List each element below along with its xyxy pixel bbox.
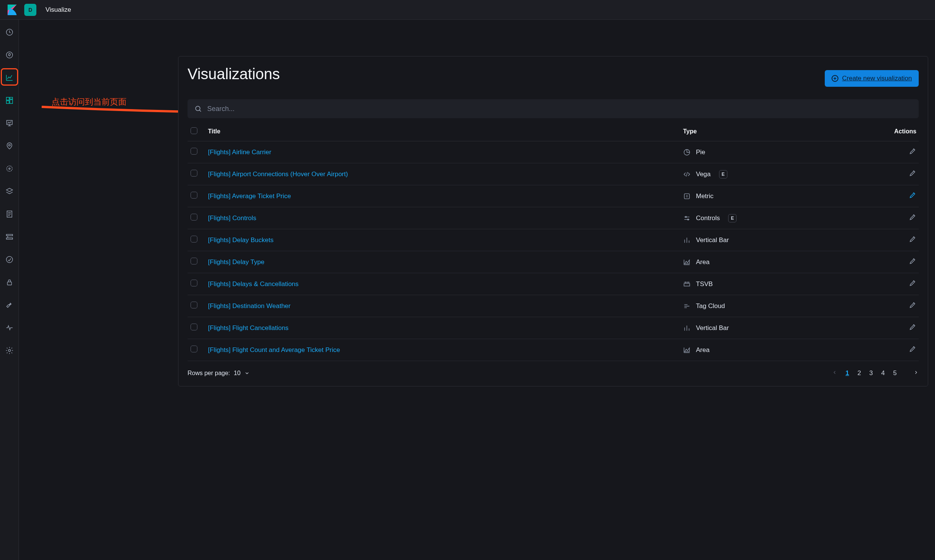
nav-rail [0, 20, 19, 560]
top-bar: D Visualize [0, 0, 935, 20]
canvas-icon[interactable] [5, 119, 14, 127]
visualization-link[interactable]: [Flights] Average Ticket Price [208, 192, 291, 200]
dev-tools-icon[interactable] [5, 301, 14, 309]
type-label: Pie [696, 149, 705, 156]
row-checkbox[interactable] [191, 214, 197, 221]
page-number[interactable]: 1 [846, 369, 849, 377]
pie-icon [683, 149, 691, 156]
breadcrumb[interactable]: Visualize [45, 6, 71, 14]
rows-per-page-label: Rows per page: [188, 370, 230, 377]
table-row: [Flights] Delays & Cancellations TSVB [188, 273, 919, 295]
maps-icon[interactable] [5, 142, 14, 150]
col-title[interactable]: Title [205, 122, 680, 141]
svg-point-11 [9, 168, 10, 169]
apm-icon[interactable] [5, 233, 14, 241]
create-visualization-button[interactable]: Create new visualization [825, 70, 919, 87]
type-label: Area [696, 258, 710, 266]
table-row: [Flights] Controls Controls E [188, 207, 919, 229]
visualize-icon[interactable] [5, 74, 14, 82]
code-icon [683, 171, 691, 178]
tagcloud-icon [683, 302, 691, 310]
type-label: Area [696, 346, 710, 354]
edit-icon[interactable] [909, 345, 916, 353]
type-label: Tag Cloud [696, 302, 725, 310]
svg-rect-6 [9, 100, 12, 103]
row-checkbox[interactable] [191, 302, 197, 308]
row-checkbox[interactable] [191, 280, 197, 286]
visualization-link[interactable]: [Flights] Controls [208, 214, 256, 222]
type-label: Vertical Bar [696, 236, 729, 244]
search-icon [194, 105, 202, 113]
monitoring-icon[interactable] [5, 324, 14, 332]
visualization-link[interactable]: [Flights] Flight Count and Average Ticke… [208, 346, 340, 354]
chevron-down-icon [244, 371, 250, 376]
edit-icon[interactable] [909, 257, 916, 265]
visualization-link[interactable]: [Flights] Airline Carrier [208, 149, 271, 156]
experimental-badge: E [728, 214, 736, 222]
row-checkbox[interactable] [191, 192, 197, 199]
table-row: [Flights] Delay Buckets Vertical Bar [188, 229, 919, 251]
page-number[interactable]: 4 [881, 369, 885, 377]
edit-icon[interactable] [909, 191, 916, 199]
search-bar[interactable] [188, 99, 919, 118]
visualization-link[interactable]: [Flights] Delays & Cancellations [208, 280, 299, 288]
visualization-link[interactable]: [Flights] Delay Buckets [208, 236, 274, 244]
edit-icon[interactable] [909, 213, 916, 221]
visualization-link[interactable]: [Flights] Flight Cancellations [208, 324, 289, 332]
visualization-link[interactable]: [Flights] Delay Type [208, 258, 264, 266]
svg-rect-4 [6, 97, 9, 100]
edit-icon[interactable] [909, 279, 916, 287]
row-checkbox[interactable] [191, 324, 197, 330]
type-label: TSVB [696, 280, 713, 288]
management-icon[interactable] [5, 346, 14, 355]
tsvb-icon [683, 280, 691, 288]
infra-icon[interactable] [5, 187, 14, 196]
edit-icon[interactable] [909, 323, 916, 331]
dashboard-icon[interactable] [5, 96, 14, 105]
experimental-badge: E [719, 170, 727, 178]
type-label: Controls [696, 214, 720, 222]
area-icon [683, 258, 691, 266]
visualization-link[interactable]: [Flights] Destination Weather [208, 302, 291, 310]
select-all-checkbox[interactable] [191, 127, 197, 134]
main-area: 点击访问到当前页面 点击创建 Visualizations Create new… [19, 20, 935, 560]
table-row: [Flights] Airline Carrier Pie [188, 141, 919, 163]
col-type[interactable]: Type [680, 122, 877, 141]
row-checkbox[interactable] [191, 346, 197, 352]
type-label: Metric [696, 192, 713, 200]
rows-per-page-select[interactable]: Rows per page: 10 [188, 370, 250, 377]
logs-icon[interactable] [5, 210, 14, 218]
visualization-link[interactable]: [Flights] Airport Connections (Hover Ove… [208, 171, 348, 178]
svg-point-3 [6, 52, 13, 58]
search-input[interactable] [207, 105, 912, 113]
page-number[interactable]: 5 [893, 369, 897, 377]
table-row: [Flights] Average Ticket Price 8 Metric [188, 185, 919, 207]
svg-rect-7 [6, 101, 9, 103]
page-prev[interactable] [832, 369, 837, 377]
ml-icon[interactable] [5, 164, 14, 173]
svg-rect-25 [684, 283, 690, 286]
siem-icon[interactable] [5, 278, 14, 286]
space-avatar[interactable]: D [24, 4, 36, 16]
recent-icon[interactable] [5, 28, 14, 36]
page-number[interactable]: 2 [857, 369, 861, 377]
row-checkbox[interactable] [191, 170, 197, 177]
page-title: Visualizations [188, 66, 280, 83]
row-checkbox[interactable] [191, 148, 197, 155]
edit-icon[interactable] [909, 235, 916, 243]
row-checkbox[interactable] [191, 258, 197, 264]
edit-icon[interactable] [909, 301, 916, 309]
type-label: Vega [696, 171, 711, 178]
uptime-icon[interactable] [5, 255, 14, 264]
visualizations-table: Title Type Actions [Flights] Airline Car… [188, 122, 919, 361]
row-checkbox[interactable] [191, 236, 197, 242]
page-next[interactable] [913, 369, 919, 377]
edit-icon[interactable] [909, 147, 916, 155]
kibana-logo[interactable] [6, 4, 18, 16]
discover-icon[interactable] [5, 51, 14, 59]
col-actions: Actions [877, 122, 919, 141]
page-number[interactable]: 3 [869, 369, 873, 377]
edit-icon[interactable] [909, 169, 916, 177]
plus-circle-icon [832, 75, 838, 82]
space-letter: D [28, 7, 32, 13]
